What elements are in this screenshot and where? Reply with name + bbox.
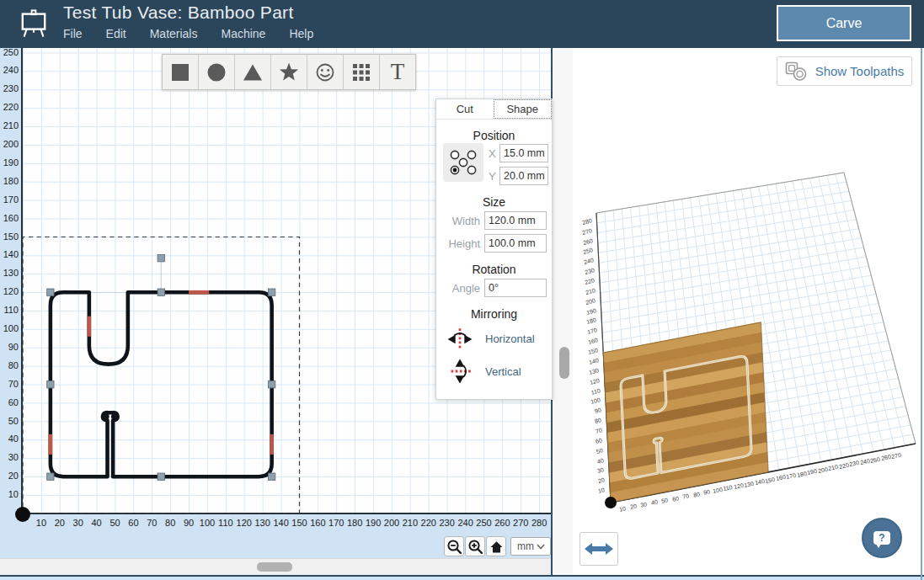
- mirror-horizontal-icon[interactable]: [446, 327, 473, 351]
- zoom-in-icon: [467, 539, 483, 555]
- help-button[interactable]: ?: [862, 518, 902, 558]
- selection-handle: [268, 473, 275, 480]
- selection-handle: [158, 473, 164, 480]
- ruler-label: 200: [3, 139, 19, 149]
- ruler-label: 40: [8, 434, 19, 444]
- ruler-label: 10: [8, 489, 19, 499]
- units-value: mm: [511, 540, 537, 552]
- selection-handle: [47, 473, 54, 480]
- carve-button[interactable]: Carve: [777, 5, 911, 41]
- ruler-label: 60: [8, 397, 19, 407]
- triangle-icon: [242, 61, 264, 83]
- menu-bar: File Edit Materials Machine Help: [63, 27, 313, 40]
- preview-3d-scene[interactable]: [573, 48, 921, 575]
- double-horizontal-arrow-icon: [583, 540, 615, 557]
- mirror-vertical-icon[interactable]: [448, 358, 472, 385]
- panel-tabs: Cut Shape: [436, 99, 552, 120]
- pan-view-button[interactable]: [580, 532, 618, 566]
- menu-file[interactable]: File: [63, 27, 83, 40]
- ruler-label: 190: [3, 157, 19, 168]
- ruler-label: 30: [8, 452, 19, 462]
- ruler-y-2d: 1020304050607080901001101201301401501601…: [0, 48, 22, 516]
- angle-label: Angle: [436, 282, 480, 295]
- project-title: Test Tub Vase: Bamboo Part: [63, 3, 294, 23]
- size-heading: Size: [436, 195, 552, 209]
- chevron-down-icon: [537, 544, 545, 550]
- horizontal-scrollbar: [0, 558, 553, 575]
- preview-3d-panel[interactable]: 1020304050607080901001101201301401501601…: [573, 48, 921, 575]
- rotation-heading: Rotation: [436, 263, 552, 276]
- zoom-home-button[interactable]: [486, 536, 506, 556]
- tool-dot-grid-button[interactable]: [344, 55, 380, 89]
- height-input[interactable]: [484, 234, 547, 253]
- zoom-out-button[interactable]: [444, 536, 464, 556]
- ruler-label: 150: [3, 231, 19, 242]
- selection-handle: [268, 289, 275, 295]
- x-label: X: [489, 147, 496, 160]
- tool-circle-button[interactable]: [199, 55, 235, 89]
- menu-edit[interactable]: Edit: [106, 27, 126, 40]
- tab-shape[interactable]: Shape: [494, 99, 553, 119]
- ruler-label: 140: [3, 249, 19, 259]
- position-y-input[interactable]: [499, 167, 548, 185]
- shape-properties-panel: Cut Shape Position X Y Size Width Height…: [435, 98, 553, 400]
- ruler-label: 70: [8, 379, 19, 389]
- angle-input[interactable]: [484, 279, 547, 297]
- star-icon: [278, 61, 300, 83]
- easel-app: Test Tub Vase: Bamboo Part File Edit Mat…: [0, 0, 924, 580]
- width-label: Width: [436, 215, 480, 227]
- menu-machine[interactable]: Machine: [221, 27, 265, 40]
- ruler-label: 250: [3, 47, 19, 57]
- selection-handle: [158, 255, 164, 262]
- units-select[interactable]: mm: [510, 537, 551, 556]
- horizontal-scrollbar-thumb[interactable]: [257, 562, 292, 572]
- smiley-icon: [314, 61, 336, 83]
- vertical-scrollbar-thumb[interactable]: [559, 347, 569, 379]
- ruler-label: 130: [3, 268, 19, 278]
- show-toolpaths-button[interactable]: Show Toolpaths: [777, 56, 912, 86]
- ruler-label: 170: [3, 194, 19, 205]
- ruler-label: 50: [8, 416, 19, 426]
- menu-materials[interactable]: Materials: [150, 27, 198, 40]
- tool-star-button[interactable]: [271, 55, 307, 89]
- easel-logo-icon[interactable]: [19, 8, 49, 39]
- selection-bbox: [51, 292, 272, 476]
- design-shape-path: [51, 292, 272, 476]
- tab-cut[interactable]: Cut: [436, 99, 494, 119]
- zoom-out-icon: [446, 539, 462, 555]
- ruler-label: 280: [527, 518, 551, 528]
- ruler-x-2d: 1020304050607080901001101201301401501601…: [23, 515, 552, 532]
- ruler-label: 110: [3, 305, 19, 315]
- selection-handle: [47, 381, 54, 388]
- anchor-grid-icon: [447, 148, 479, 177]
- menu-help[interactable]: Help: [289, 27, 313, 40]
- width-input[interactable]: [484, 211, 547, 230]
- ruler-label: 180: [3, 176, 19, 186]
- square-icon: [169, 61, 191, 83]
- mirror-vertical-label[interactable]: Vertical: [485, 365, 521, 378]
- mirror-horizontal-label[interactable]: Horizontal: [485, 333, 535, 345]
- height-label: Height: [436, 237, 480, 250]
- header-bar: Test Tub Vase: Bamboo Part File Edit Mat…: [0, 0, 924, 48]
- mirroring-heading: Mirroring: [436, 307, 552, 321]
- help-bubble-icon: ?: [873, 531, 890, 545]
- circle-icon: [206, 61, 227, 83]
- keyhole-ear: [102, 412, 109, 420]
- ruler-label: 120: [3, 286, 19, 296]
- text-tool-icon: T: [391, 61, 405, 83]
- ruler-label: 230: [3, 83, 19, 93]
- ruler-label: 210: [3, 120, 19, 130]
- position-anchor-selector[interactable]: [443, 143, 483, 182]
- tool-triangle-button[interactable]: [235, 55, 271, 89]
- ruler-label: 220: [3, 102, 19, 112]
- show-toolpaths-label: Show Toolpaths: [815, 64, 905, 78]
- dot-grid-icon: [350, 61, 372, 83]
- tool-smiley-button[interactable]: [307, 55, 344, 89]
- material-board-3d: [603, 322, 768, 503]
- zoom-in-button[interactable]: [465, 536, 485, 556]
- tool-text-button[interactable]: T: [380, 55, 415, 89]
- app-bottom-edge: [0, 575, 924, 580]
- ruler-label: 100: [3, 323, 19, 333]
- tool-square-button[interactable]: [163, 55, 199, 89]
- position-x-input[interactable]: [499, 144, 548, 162]
